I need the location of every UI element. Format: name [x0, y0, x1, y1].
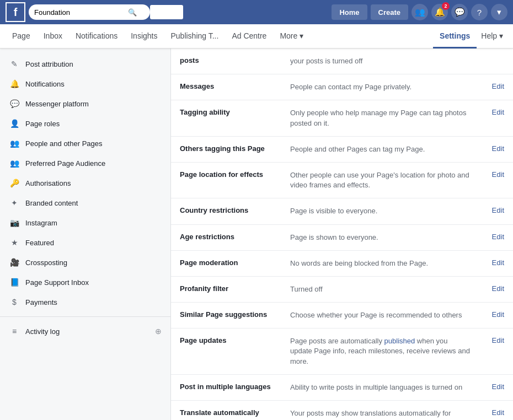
edit-link-translate-automatically[interactable]: Edit [492, 408, 504, 417]
settings-row-age-restrictions: Age restrictions Page is shown to everyo… [171, 224, 513, 250]
settings-edit-page-updates[interactable]: Edit [480, 329, 513, 375]
authorisations-icon: 🔑 [9, 177, 20, 189]
page-nav-publishing[interactable]: Publishing T... [164, 24, 225, 49]
main-layout: ✎ Post attribution 🔔 Notifications 💬 Mes… [0, 49, 513, 420]
sidebar-item-crossposting-label: Crossposting [25, 259, 162, 267]
settings-desc-post-multiple-languages: Ability to write posts in multiple langu… [281, 374, 480, 400]
settings-row-country-restrictions: Country restrictions Page is visible to … [171, 198, 513, 224]
page-nav-settings[interactable]: Settings [433, 24, 477, 49]
settings-label-profanity-filter: Profanity filter [171, 276, 281, 302]
settings-desc-translate-automatically: Your posts may show translations automat… [281, 401, 480, 421]
page-nav-more[interactable]: More ▾ [273, 24, 310, 49]
settings-desc-country-restrictions: Page is visible to everyone. [281, 198, 480, 224]
sidebar-item-post-attribution[interactable]: ✎ Post attribution [0, 54, 170, 74]
sidebar-item-page-support-inbox-label: Page Support Inbox [25, 278, 162, 287]
search-input[interactable] [34, 8, 128, 17]
settings-edit-page-moderation[interactable]: Edit [480, 250, 513, 276]
page-nav-insights[interactable]: Insights [124, 24, 164, 49]
edit-link-age-restrictions[interactable]: Edit [492, 233, 504, 241]
branded-content-icon: ✦ [9, 197, 20, 208]
settings-row-profanity-filter: Profanity filter Turned off Edit [171, 276, 513, 302]
settings-edit-post-multiple-languages[interactable]: Edit [480, 374, 513, 400]
instagram-icon: 📷 [9, 217, 20, 228]
settings-label-country-restrictions: Country restrictions [171, 198, 281, 224]
settings-label-tagging-ability: Tagging ability [171, 100, 281, 136]
friends-icon: 👥 [415, 7, 425, 17]
nav-right-buttons: Home Create 👥 🔔 2 💬 ? ▾ [332, 4, 507, 20]
settings-label-posts: posts [171, 49, 281, 74]
sidebar-item-notifications-label: Notifications [25, 80, 162, 88]
settings-label-age-restrictions: Age restrictions [171, 224, 281, 250]
notifications-icon-button[interactable]: 🔔 2 [431, 4, 448, 20]
sidebar-item-page-support-inbox[interactable]: 📘 Page Support Inbox [0, 272, 170, 292]
sidebar-item-branded-content[interactable]: ✦ Branded content [0, 193, 170, 213]
search-icon: 🔍 [128, 8, 137, 17]
settings-edit-similar-page[interactable]: Edit [480, 303, 513, 329]
home-button[interactable]: Home [332, 4, 367, 20]
settings-edit-translate-automatically[interactable]: Edit [480, 401, 513, 421]
sidebar-item-people-other-pages[interactable]: 👥 People and other Pages [0, 133, 170, 153]
edit-link-messages[interactable]: Edit [492, 82, 504, 90]
activity-log-action-icon[interactable]: ⊕ [155, 327, 162, 336]
sidebar-item-post-attribution-label: Post attribution [25, 60, 162, 68]
settings-edit-messages[interactable]: Edit [480, 74, 513, 100]
facebook-logo: f [6, 2, 25, 22]
sidebar-item-notifications[interactable]: 🔔 Notifications [0, 74, 170, 94]
edit-link-post-multiple-languages[interactable]: Edit [492, 383, 504, 391]
help-icon-button[interactable]: ? [471, 4, 488, 20]
sidebar-item-activity-log[interactable]: ≡ Activity log ⊕ [0, 321, 170, 341]
messenger-platform-icon: 💬 [9, 98, 20, 109]
search-bar[interactable]: 🔍 [29, 4, 150, 20]
nav-search-box [150, 5, 183, 19]
edit-link-page-moderation[interactable]: Edit [492, 259, 504, 267]
settings-desc-posts: your posts is turned off [281, 49, 480, 74]
settings-desc-page-moderation: No words are being blocked from the Page… [281, 250, 480, 276]
create-button[interactable]: Create [371, 4, 408, 20]
featured-icon: ★ [9, 237, 20, 248]
sidebar-item-payments[interactable]: $ Payments [0, 292, 170, 312]
sidebar-item-payments-label: Payments [25, 298, 162, 306]
settings-edit-tagging-ability[interactable]: Edit [480, 100, 513, 136]
sidebar-item-messenger-platform[interactable]: 💬 Messenger platform [0, 94, 170, 114]
friends-icon-button[interactable]: 👥 [412, 4, 428, 20]
page-nav-notifications[interactable]: Notifications [69, 24, 124, 49]
edit-link-tagging-ability[interactable]: Edit [492, 108, 504, 116]
settings-row-others-tagging: Others tagging this Page People and othe… [171, 136, 513, 162]
edit-link-page-updates[interactable]: Edit [492, 336, 504, 344]
sidebar-item-instagram[interactable]: 📷 Instagram [0, 213, 170, 233]
edit-link-page-location[interactable]: Edit [492, 170, 504, 179]
account-icon-button[interactable]: ▾ [491, 4, 507, 20]
edit-link-country-restrictions[interactable]: Edit [492, 206, 504, 214]
settings-desc-page-updates: Page posts are automatically published w… [281, 329, 480, 375]
settings-edit-page-location[interactable]: Edit [480, 162, 513, 198]
settings-label-post-multiple-languages: Post in multiple languages [171, 374, 281, 400]
page-roles-icon: 👤 [9, 118, 20, 129]
page-nav-adcentre[interactable]: Ad Centre [225, 24, 273, 49]
sidebar-item-people-other-pages-label: People and other Pages [25, 139, 162, 148]
page-nav-help[interactable]: Help ▾ [477, 24, 507, 49]
settings-row-posts-top: posts your posts is turned off [171, 49, 513, 74]
settings-edit-age-restrictions[interactable]: Edit [480, 224, 513, 250]
payments-icon: $ [9, 297, 20, 308]
sidebar-item-page-roles[interactable]: 👤 Page roles [0, 114, 170, 133]
edit-link-profanity-filter[interactable]: Edit [492, 284, 504, 293]
settings-edit-others-tagging[interactable]: Edit [480, 136, 513, 162]
messenger-icon-button[interactable]: 💬 [451, 4, 468, 20]
settings-desc-others-tagging: People and other Pages can tag my Page. [281, 136, 480, 162]
page-navigation: Page Inbox Notifications Insights Publis… [0, 24, 513, 49]
page-nav-inbox[interactable]: Inbox [37, 24, 69, 49]
page-nav-page[interactable]: Page [6, 24, 37, 49]
settings-label-page-moderation: Page moderation [171, 250, 281, 276]
settings-row-messages: Messages People can contact my Page priv… [171, 74, 513, 100]
settings-row-page-updates: Page updates Page posts are automaticall… [171, 329, 513, 375]
sidebar-item-preferred-page-audience[interactable]: 👥 Preferred Page Audience [0, 153, 170, 173]
sidebar-item-authorisations[interactable]: 🔑 Authorisations [0, 173, 170, 193]
sidebar-item-crossposting[interactable]: 🎥 Crossposting [0, 252, 170, 272]
edit-link-similar-page[interactable]: Edit [492, 310, 504, 319]
sidebar-item-featured-label: Featured [25, 239, 162, 247]
settings-edit-profanity-filter[interactable]: Edit [480, 276, 513, 302]
content-area: posts your posts is turned off Messages … [171, 49, 513, 420]
edit-link-others-tagging[interactable]: Edit [492, 144, 504, 153]
sidebar-item-featured[interactable]: ★ Featured [0, 233, 170, 252]
settings-edit-country-restrictions[interactable]: Edit [480, 198, 513, 224]
